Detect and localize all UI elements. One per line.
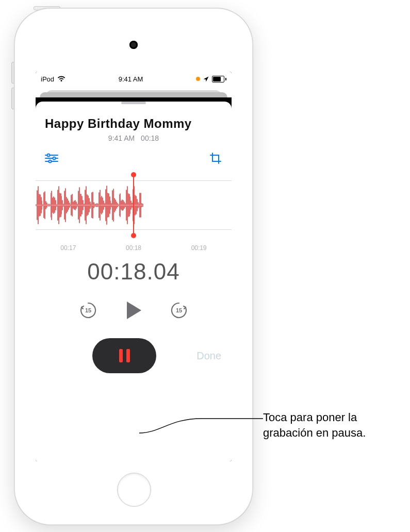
timeline-tick: 00:19 <box>191 244 207 252</box>
recording-indicator-icon <box>196 77 200 81</box>
options-icon[interactable] <box>45 152 58 165</box>
recording-title[interactable]: Happy Birthday Mommy <box>36 117 232 131</box>
home-button[interactable] <box>117 473 151 507</box>
svg-point-4 <box>53 157 56 160</box>
status-bar: iPod 9:41 AM <box>36 72 232 86</box>
play-button[interactable] <box>122 299 145 322</box>
skip-forward-amount: 15 <box>176 307 182 313</box>
callout-text: Toca para poner la grabación en pausa. <box>263 410 366 440</box>
trim-icon[interactable] <box>209 152 222 165</box>
callout-line2: grabación en pausa. <box>263 425 366 441</box>
done-button[interactable]: Done <box>196 350 221 362</box>
battery-icon <box>212 76 226 82</box>
callout-leader <box>139 418 268 448</box>
sheet-stack <box>36 86 232 97</box>
timeline-tick: 00:17 <box>60 244 76 252</box>
timeline-tick: 00:18 <box>126 244 141 252</box>
pause-recording-button[interactable] <box>92 338 156 373</box>
location-icon <box>203 76 209 82</box>
wifi-icon <box>57 76 65 82</box>
callout-line1: Toca para poner la <box>263 410 366 425</box>
status-time: 9:41 AM <box>119 75 143 83</box>
sheet-grabber[interactable] <box>121 102 146 104</box>
front-camera <box>129 41 138 49</box>
pause-icon <box>119 349 130 362</box>
recording-duration: 00:18 <box>141 134 159 142</box>
playhead[interactable] <box>133 174 134 236</box>
waveform[interactable]: 00:17 00:18 00:19 <box>36 171 232 254</box>
recording-sheet: Happy Birthday Mommy 9:41 AM 00:18 <box>36 102 232 461</box>
carrier-label: iPod <box>41 75 54 83</box>
recording-subtitle: 9:41 AM 00:18 <box>36 134 232 142</box>
skip-back-amount: 15 <box>85 307 91 313</box>
elapsed-time: 00:18.04 <box>36 259 232 285</box>
svg-point-3 <box>47 154 50 157</box>
screen: iPod 9:41 AM Happy Birthday Mommy 9:41 A… <box>36 72 232 461</box>
skip-back-15-button[interactable]: 15 <box>78 300 99 321</box>
skip-forward-15-button[interactable]: 15 <box>169 300 189 321</box>
recording-time: 9:41 AM <box>108 134 135 142</box>
svg-point-5 <box>49 160 52 163</box>
